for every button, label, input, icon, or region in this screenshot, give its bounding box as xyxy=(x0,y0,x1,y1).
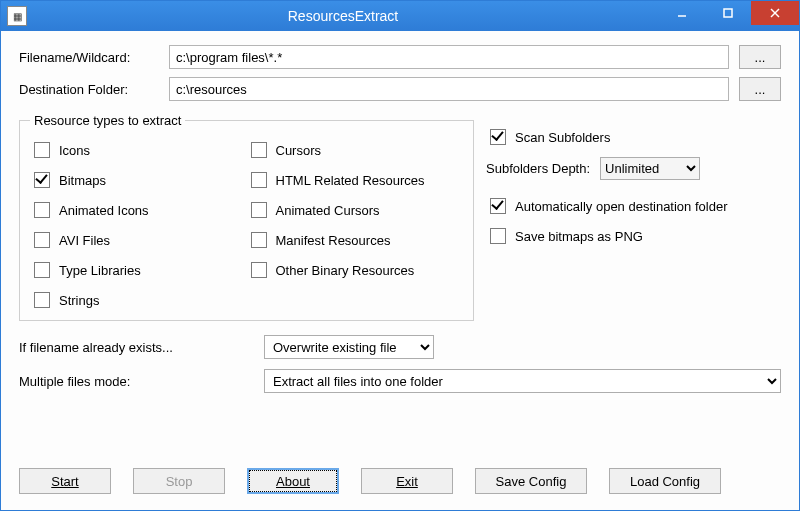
svg-line-2 xyxy=(771,9,779,17)
stop-button: Stop xyxy=(133,468,225,494)
save-png-label: Save bitmaps as PNG xyxy=(515,229,643,244)
load-config-button[interactable]: Load Config xyxy=(609,468,721,494)
auto-open-label: Automatically open destination folder xyxy=(515,199,727,214)
resource-type-html[interactable]: HTML Related Resources xyxy=(247,170,464,190)
scan-subfolders-input[interactable] xyxy=(490,129,506,145)
subfolders-depth-row: Subfolders Depth: Unlimited xyxy=(486,157,781,180)
multi-mode-row: Multiple files mode: Extract all files i… xyxy=(19,369,781,393)
button-row: Start Stop About Exit Save Config Load C… xyxy=(19,460,781,500)
resource-type-bitmaps-input[interactable] xyxy=(34,172,50,188)
resource-type-anim_cursors-input[interactable] xyxy=(251,202,267,218)
close-button[interactable] xyxy=(751,1,799,25)
resource-type-icons-label: Icons xyxy=(59,143,90,158)
scan-subfolders-checkbox[interactable]: Scan Subfolders xyxy=(486,127,781,147)
subfolders-depth-label: Subfolders Depth: xyxy=(486,161,590,176)
resource-type-anim_icons[interactable]: Animated Icons xyxy=(30,200,247,220)
resource-type-bitmaps-label: Bitmaps xyxy=(59,173,106,188)
if-exists-label: If filename already exists... xyxy=(19,340,264,355)
resource-types-group: Resource types to extract IconsBitmapsAn… xyxy=(19,113,474,321)
resource-type-cursors-label: Cursors xyxy=(276,143,322,158)
destination-browse-button[interactable]: ... xyxy=(739,77,781,101)
scan-subfolders-label: Scan Subfolders xyxy=(515,130,610,145)
filename-input[interactable] xyxy=(169,45,729,69)
resource-type-other_bin-input[interactable] xyxy=(251,262,267,278)
resource-type-icons[interactable]: Icons xyxy=(30,140,247,160)
resource-type-cursors-input[interactable] xyxy=(251,142,267,158)
resource-type-avi-label: AVI Files xyxy=(59,233,110,248)
window-title: ResourcesExtract xyxy=(27,8,659,24)
subfolders-depth-select[interactable]: Unlimited xyxy=(600,157,700,180)
filename-label: Filename/Wildcard: xyxy=(19,50,169,65)
resource-type-typelib[interactable]: Type Libraries xyxy=(30,260,247,280)
minimize-button[interactable] xyxy=(659,1,705,25)
resource-type-cursors[interactable]: Cursors xyxy=(247,140,464,160)
about-button[interactable]: About xyxy=(247,468,339,494)
window-controls xyxy=(659,1,799,31)
resource-type-anim_cursors-label: Animated Cursors xyxy=(276,203,380,218)
if-exists-row: If filename already exists... Overwrite … xyxy=(19,335,781,359)
app-icon: ▦ xyxy=(7,6,27,26)
resource-type-manifest-label: Manifest Resources xyxy=(276,233,391,248)
destination-row: Destination Folder: ... xyxy=(19,77,781,101)
destination-input[interactable] xyxy=(169,77,729,101)
filename-row: Filename/Wildcard: ... xyxy=(19,45,781,69)
resource-type-icons-input[interactable] xyxy=(34,142,50,158)
maximize-button[interactable] xyxy=(705,1,751,25)
if-exists-select[interactable]: Overwrite existing file xyxy=(264,335,434,359)
lower-section: If filename already exists... Overwrite … xyxy=(19,335,781,403)
resource-type-strings[interactable]: Strings xyxy=(30,290,247,310)
svg-line-3 xyxy=(771,9,779,17)
filename-browse-button[interactable]: ... xyxy=(739,45,781,69)
resource-type-typelib-input[interactable] xyxy=(34,262,50,278)
right-options: Scan Subfolders Subfolders Depth: Unlimi… xyxy=(486,113,781,321)
save-png-input[interactable] xyxy=(490,228,506,244)
resource-types-legend: Resource types to extract xyxy=(30,113,185,128)
multi-mode-label: Multiple files mode: xyxy=(19,374,264,389)
resource-types-col-right: CursorsHTML Related ResourcesAnimated Cu… xyxy=(247,134,464,310)
resource-type-avi[interactable]: AVI Files xyxy=(30,230,247,250)
resource-type-html-label: HTML Related Resources xyxy=(276,173,425,188)
start-button[interactable]: Start xyxy=(19,468,111,494)
resource-type-bitmaps[interactable]: Bitmaps xyxy=(30,170,247,190)
middle-section: Resource types to extract IconsBitmapsAn… xyxy=(19,113,781,321)
resource-type-strings-label: Strings xyxy=(59,293,99,308)
auto-open-checkbox[interactable]: Automatically open destination folder xyxy=(486,196,781,216)
auto-open-input[interactable] xyxy=(490,198,506,214)
resource-type-strings-input[interactable] xyxy=(34,292,50,308)
svg-rect-1 xyxy=(724,9,732,17)
save-config-button[interactable]: Save Config xyxy=(475,468,587,494)
app-window: ▦ ResourcesExtract Filename/Wildcard: ..… xyxy=(0,0,800,511)
resource-type-manifest-input[interactable] xyxy=(251,232,267,248)
resource-type-html-input[interactable] xyxy=(251,172,267,188)
resource-type-typelib-label: Type Libraries xyxy=(59,263,141,278)
resource-type-anim_icons-input[interactable] xyxy=(34,202,50,218)
destination-label: Destination Folder: xyxy=(19,82,169,97)
resource-type-avi-input[interactable] xyxy=(34,232,50,248)
resource-type-anim_cursors[interactable]: Animated Cursors xyxy=(247,200,464,220)
save-png-checkbox[interactable]: Save bitmaps as PNG xyxy=(486,226,781,246)
resource-type-anim_icons-label: Animated Icons xyxy=(59,203,149,218)
multi-mode-select[interactable]: Extract all files into one folder xyxy=(264,369,781,393)
resource-types-col-left: IconsBitmapsAnimated IconsAVI FilesType … xyxy=(30,134,247,310)
resource-type-other_bin[interactable]: Other Binary Resources xyxy=(247,260,464,280)
client-area: Filename/Wildcard: ... Destination Folde… xyxy=(1,31,799,510)
resource-type-other_bin-label: Other Binary Resources xyxy=(276,263,415,278)
titlebar: ▦ ResourcesExtract xyxy=(1,1,799,31)
exit-button[interactable]: Exit xyxy=(361,468,453,494)
resource-type-manifest[interactable]: Manifest Resources xyxy=(247,230,464,250)
